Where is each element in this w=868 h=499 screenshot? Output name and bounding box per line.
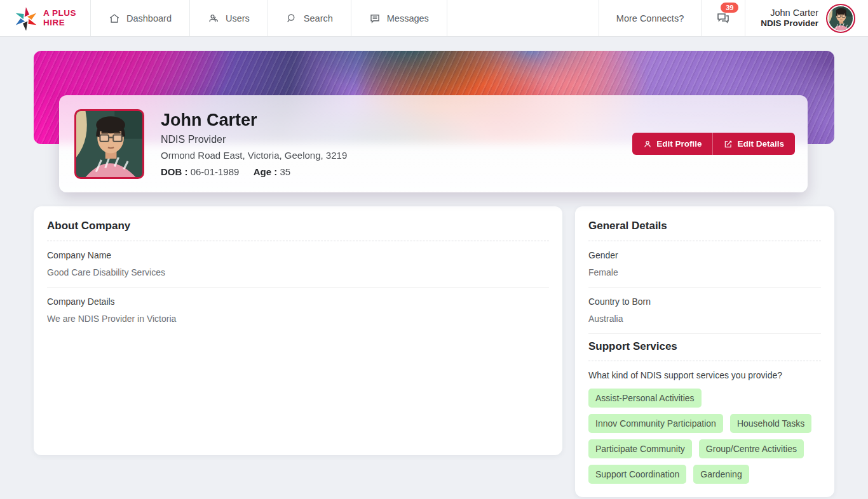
notifications-button[interactable]: 39	[701, 0, 745, 36]
dob-value: 06-01-1989	[191, 166, 240, 177]
avatar	[826, 4, 855, 33]
edit-icon	[724, 140, 733, 149]
field-label: Company Details	[47, 296, 549, 307]
service-tag: Participate Community	[588, 439, 692, 458]
nav-item-search[interactable]: Search	[268, 0, 351, 36]
nav-item-messages[interactable]: Messages	[351, 0, 447, 36]
field-value: Female	[588, 267, 821, 277]
profile-name: John Carter	[161, 110, 347, 130]
pinwheel-logo-icon	[14, 6, 38, 30]
support-services-tags: Assist-Personal Activities Innov Communi…	[588, 389, 821, 484]
messages-icon	[369, 13, 381, 24]
profile-dob-age: DOB : 06-01-1989 Age : 35	[161, 166, 347, 178]
service-tag: Group/Centre Activities	[699, 439, 804, 458]
content-area: About Company Company Name Good Care Dis…	[34, 206, 834, 497]
age-value: 35	[280, 166, 290, 177]
brand-name: A PLUS HIRE	[43, 9, 76, 28]
home-icon	[109, 13, 120, 24]
brand-logo[interactable]: A PLUS HIRE	[0, 0, 91, 36]
edit-details-button[interactable]: Edit Details	[713, 133, 795, 155]
age-label: Age :	[254, 166, 278, 177]
search-icon	[286, 13, 297, 24]
country-field: Country to Born Australia	[588, 288, 821, 334]
header-user-name: John Carter	[761, 7, 818, 18]
support-services-title: Support Services	[588, 340, 821, 361]
header-user-role: NDIS Provider	[761, 18, 818, 29]
company-name-field: Company Name Good Care Disability Servic…	[47, 241, 549, 288]
notification-badge: 39	[721, 3, 738, 13]
service-tag: Support Coordination	[588, 465, 686, 484]
field-value: Good Care Disability Services	[47, 267, 549, 277]
top-navbar: A PLUS HIRE Dashboard Users Search Messa…	[0, 0, 868, 37]
company-details-field: Company Details We are NDIS Provider in …	[47, 288, 549, 333]
general-details-card: General Details Gender Female Country to…	[575, 206, 834, 497]
about-company-card: About Company Company Name Good Care Dis…	[34, 206, 562, 455]
field-label: Company Name	[47, 250, 549, 260]
service-tag: Gardening	[693, 465, 749, 484]
profile-role: NDIS Provider	[161, 133, 347, 145]
gender-field: Gender Female	[588, 241, 821, 288]
field-label: Gender	[588, 250, 821, 260]
nav-item-label: Dashboard	[126, 13, 172, 23]
support-services-question: What kind of NDIS support services you p…	[588, 370, 821, 380]
field-label: Country to Born	[588, 296, 821, 307]
service-tag: Household Tasks	[730, 414, 811, 433]
person-icon	[643, 140, 652, 149]
more-connects-button[interactable]: More Connects?	[599, 0, 701, 36]
about-company-title: About Company	[47, 220, 549, 241]
nav-item-users[interactable]: Users	[190, 0, 268, 36]
service-tag: Innov Community Participation	[588, 414, 723, 433]
service-tag: Assist-Personal Activities	[588, 389, 702, 408]
users-icon	[208, 13, 219, 24]
general-details-title: General Details	[588, 220, 821, 241]
nav-item-label: Users	[226, 13, 250, 23]
field-value: Australia	[588, 314, 821, 324]
field-value: We are NDIS Provider in Victoria	[47, 314, 549, 324]
nav-item-label: Search	[304, 13, 333, 23]
navbar-spacer	[447, 0, 599, 36]
profile-actions: Edit Profile Edit Details	[632, 133, 795, 155]
profile-header-section: John Carter NDIS Provider Ormond Road Ea…	[34, 51, 834, 192]
user-menu[interactable]: John Carter NDIS Provider	[745, 0, 868, 36]
profile-address: Ormond Road East, Victoria, Geelong, 321…	[161, 150, 347, 161]
profile-photo	[74, 109, 144, 179]
profile-summary-card: John Carter NDIS Provider Ormond Road Ea…	[59, 95, 808, 192]
dob-label: DOB :	[161, 166, 188, 177]
edit-profile-button[interactable]: Edit Profile	[632, 133, 713, 155]
nav-item-label: Messages	[387, 13, 429, 23]
nav-item-dashboard[interactable]: Dashboard	[91, 0, 190, 36]
